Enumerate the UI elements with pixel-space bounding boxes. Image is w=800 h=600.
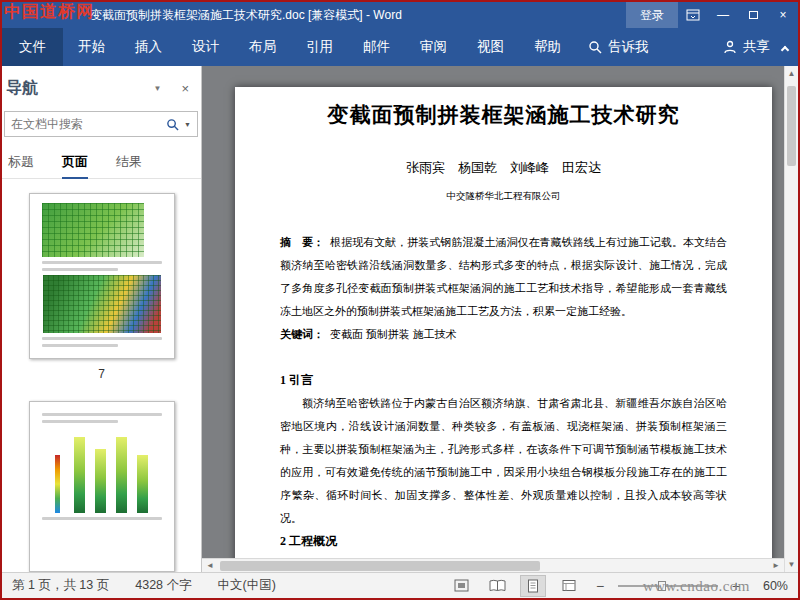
thumbnail-text-line: [42, 261, 162, 264]
ribbon-tab-view[interactable]: 视图: [462, 28, 519, 66]
horizontal-scrollbar[interactable]: ◄ ►: [202, 558, 784, 572]
page-7-thumbnail[interactable]: [29, 193, 175, 359]
thumbnail-figure-colored-mesh-model: [43, 275, 161, 333]
keywords-label: 关键词：: [280, 328, 324, 340]
focus-mode-icon: [454, 579, 469, 592]
sign-in-button[interactable]: 登录: [626, 2, 678, 28]
word-count-status[interactable]: 4328 个字: [135, 577, 191, 594]
navigation-pane-header: 导航 ▼ ×: [2, 66, 201, 101]
window-title: 变截面预制拼装框架涵施工技术研究.doc [兼容模式] - Word: [90, 2, 402, 28]
maximize-button[interactable]: [738, 2, 768, 28]
abstract-paragraph[interactable]: 摘 要：根据现有文献，拼装式钢筋混凝土涵洞仅在青藏铁路线上有过施工记载。本文结合…: [280, 231, 727, 323]
scroll-right-arrow-icon[interactable]: ►: [768, 561, 784, 570]
ribbon-display-options-icon: [686, 9, 700, 21]
thumbnail-text-line: [42, 420, 119, 423]
titlebar-controls: 登录 — ×: [626, 2, 798, 28]
keywords-text: 变截面 预制拼装 施工技术: [330, 328, 457, 340]
thumbnail-text-line: [42, 344, 119, 347]
document-area: 变截面预制拼装框架涵施工技术研究 张雨宾 杨国乾 刘峰峰 田宏达 中交隧桥华北工…: [202, 66, 784, 572]
magnifier-icon: [166, 118, 179, 131]
thumbnail-text-line: [42, 268, 119, 271]
scroll-down-arrow-icon[interactable]: ▼: [785, 560, 798, 569]
nav-tab-pages[interactable]: 页面: [62, 153, 88, 179]
scroll-up-arrow-icon[interactable]: ▲: [785, 69, 798, 78]
language-status[interactable]: 中文(中国): [218, 577, 276, 594]
nav-tab-headings[interactable]: 标题: [8, 153, 34, 178]
thumbnail-color-legend: [55, 455, 60, 513]
thumbnail-text-line: [42, 413, 162, 416]
share-button[interactable]: 共享: [723, 28, 770, 66]
ribbon-tab-bar: 文件 开始 插入 设计 布局 引用 邮件 审阅 视图 帮助 告诉我 共享: [2, 28, 798, 66]
zoom-out-button[interactable]: −: [592, 578, 608, 594]
word-application-window: 中国道桥网 变截面预制拼装框架涵施工技术研究.doc [兼容模式] - Word…: [0, 0, 800, 600]
watermark-bottom: www.cndao.com: [643, 578, 750, 595]
section-2-heading[interactable]: 2 工程概况: [280, 530, 727, 553]
page-number-status[interactable]: 第 1 页，共 13 页: [12, 577, 109, 594]
ribbon-display-options-button[interactable]: [678, 2, 708, 28]
search-options-caret-icon[interactable]: ▼: [184, 121, 191, 128]
section-1-paragraph[interactable]: 额济纳至哈密铁路位于内蒙古自治区额济纳旗、甘肃省肃北县、新疆维吾尔族自治区哈密地…: [280, 392, 727, 530]
watermark-top: 中国道桥网: [4, 0, 94, 23]
focus-mode-button[interactable]: [448, 575, 474, 597]
nav-tab-results[interactable]: 结果: [116, 153, 142, 178]
navigation-pane-close-button[interactable]: ×: [181, 81, 189, 96]
ribbon-tab-mailings[interactable]: 邮件: [348, 28, 405, 66]
ribbon-tab-references[interactable]: 引用: [291, 28, 348, 66]
ribbon-tab-home[interactable]: 开始: [63, 28, 120, 66]
search-icon: [588, 40, 602, 54]
section-1-heading[interactable]: 1 引言: [280, 369, 727, 392]
thumbnail-column: [74, 437, 85, 513]
vertical-scrollbar[interactable]: ▲ ▼: [784, 66, 798, 572]
navigation-pane: 导航 ▼ × ▼ 标题 页面 结果: [2, 66, 202, 572]
thumbnail-text-line: [42, 517, 162, 520]
person-icon: [723, 40, 737, 54]
thumbnail-column: [95, 449, 106, 513]
title-bar: 中国道桥网 变截面预制拼装框架涵施工技术研究.doc [兼容模式] - Word…: [2, 2, 798, 28]
read-mode-button[interactable]: [484, 575, 510, 597]
abstract-label: 摘 要：: [280, 236, 324, 248]
chevron-down-icon[interactable]: ▼: [153, 84, 161, 93]
page-8-thumbnail[interactable]: [29, 401, 175, 572]
ribbon-tab-layout[interactable]: 布局: [234, 28, 291, 66]
thumbnail-column: [137, 455, 148, 513]
ribbon-tab-review[interactable]: 审阅: [405, 28, 462, 66]
keywords-paragraph[interactable]: 关键词：变截面 预制拼装 施工技术: [280, 323, 727, 346]
search-box-icons: ▼: [166, 118, 197, 131]
ribbon-tab-insert[interactable]: 插入: [120, 28, 177, 66]
web-layout-button[interactable]: [556, 575, 582, 597]
document-page[interactable]: 变截面预制拼装框架涵施工技术研究 张雨宾 杨国乾 刘峰峰 田宏达 中交隧桥华北工…: [235, 87, 772, 572]
thumbnail-text-line: [42, 337, 162, 340]
navigation-pane-title: 导航: [6, 78, 38, 99]
search-input[interactable]: [5, 117, 166, 131]
document-affiliation[interactable]: 中交隧桥华北工程有限公司: [280, 190, 727, 203]
tell-me-search[interactable]: 告诉我: [576, 28, 661, 66]
ribbon-tab-file[interactable]: 文件: [2, 28, 63, 66]
document-search-box[interactable]: ▼: [4, 111, 198, 137]
minimize-button[interactable]: —: [708, 2, 738, 28]
page-thumbnail-list: 7: [2, 179, 201, 572]
navigation-tabs: 标题 页面 结果: [2, 137, 201, 179]
tell-me-label: 告诉我: [608, 38, 649, 56]
web-layout-icon: [562, 579, 576, 592]
document-title[interactable]: 变截面预制拼装框架涵施工技术研究: [280, 101, 727, 129]
zoom-level[interactable]: 60%: [754, 579, 788, 593]
ribbon-tab-help[interactable]: 帮助: [519, 28, 576, 66]
thumbnail-figure-column-models: [40, 429, 164, 513]
page-7-label: 7: [98, 359, 105, 395]
maximize-icon: [749, 11, 758, 19]
read-mode-icon: [489, 579, 506, 592]
abstract-text: 根据现有文献，拼装式钢筋混凝土涵洞仅在青藏铁路线上有过施工记载。本文结合额济纳至…: [280, 236, 727, 317]
document-authors[interactable]: 张雨宾 杨国乾 刘峰峰 田宏达: [280, 159, 727, 177]
print-layout-button[interactable]: [520, 575, 546, 597]
thumbnail-column: [116, 437, 127, 513]
main-area: 导航 ▼ × ▼ 标题 页面 结果: [2, 66, 798, 572]
ribbon-tab-design[interactable]: 设计: [177, 28, 234, 66]
collapse-ribbon-button[interactable]: [778, 41, 792, 55]
share-label: 共享: [743, 38, 770, 56]
horizontal-scrollbar-thumb[interactable]: [220, 561, 540, 571]
chevron-up-icon: [781, 45, 789, 53]
vertical-scrollbar-thumb[interactable]: [787, 86, 796, 166]
print-layout-icon: [526, 579, 540, 593]
close-button[interactable]: ×: [768, 2, 798, 28]
scroll-left-arrow-icon[interactable]: ◄: [202, 561, 218, 570]
